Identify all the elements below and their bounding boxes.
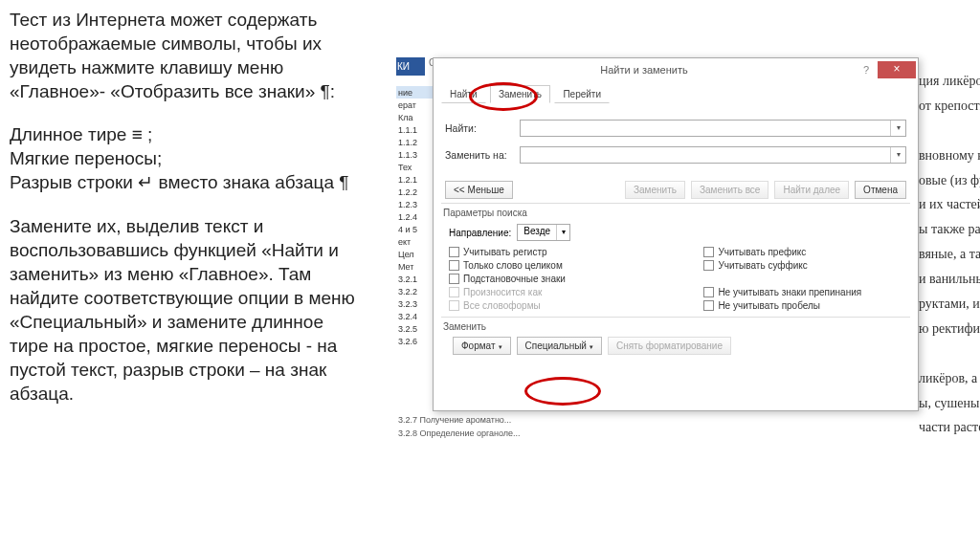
checkbox-icon [449,274,459,284]
direction-label: Направление: [449,228,511,238]
screenshot-area: КИ СТРАНИЦЫ РЕЗУЛЬ ние ератКла1.1.11.1.2… [383,57,980,459]
find-replace-dialog: Найти и заменить ? × Найти Заменить Пере… [433,57,919,411]
dropdown-arrow-icon[interactable]: ▾ [890,121,905,136]
replace-text-input[interactable] [521,147,890,163]
direction-select[interactable]: Везде ▾ [517,224,570,241]
option-checkbox[interactable]: Не учитывать знаки препинания [703,287,910,297]
tab-find[interactable]: Найти [441,85,486,103]
option-checkbox: Все словоформы [449,300,703,311]
search-options-group-title: Параметры поиска [441,204,910,221]
checkbox-icon [703,300,714,311]
doc-line: части растений, содержа [919,415,980,440]
doc-line: руктами, и л [919,292,980,317]
checkbox-icon [449,300,459,311]
option-checkbox[interactable]: Учитывать префикс [703,247,910,257]
find-next-button[interactable]: Найти далее [774,181,849,199]
option-checkbox[interactable]: Не учитывать пробелы [703,300,910,311]
doc-line: ы также раз [919,217,980,242]
checkbox-icon [449,247,459,257]
checkbox-icon [703,247,714,257]
option-checkbox[interactable]: Учитывать регистр [449,247,703,257]
close-button[interactable]: × [878,61,916,78]
checkbox-icon [703,287,714,297]
option-label: Учитывать суффикс [718,260,807,271]
dropdown-arrow-icon[interactable]: ▾ [890,147,905,163]
option-checkbox: Произносится как [449,287,703,297]
doc-line: и ванильные [919,267,980,292]
special-button[interactable]: Специальный▾ [517,337,602,355]
checkbox-icon [703,260,714,271]
line-break-char: Разрыв строки ↵ вместо знака абзаца ¶ [10,172,348,192]
find-label: Найти: [445,122,520,134]
help-button[interactable]: ? [855,64,878,76]
cancel-button[interactable]: Отмена [855,181,906,199]
sidebar-item[interactable]: 3.2.7 Получение ароматно... [396,413,511,426]
doc-line: ы, сушены [919,391,980,416]
no-formatting-button[interactable]: Снять форматирование [608,337,731,355]
replace-all-button[interactable]: Заменить все [691,181,768,199]
option-label: Учитывать префикс [718,247,806,257]
instruction-text: Тест из Интернета может содержать неотоб… [10,8,359,425]
tab-replace[interactable]: Заменить [490,85,550,103]
doc-line: ликёров, а т [919,366,980,391]
checkbox-icon [449,287,459,297]
doc-line [919,341,980,366]
find-field-row: Найти: ▾ [445,120,906,137]
option-label: Учитывать регистр [463,247,547,257]
less-button[interactable]: << Меньше [445,181,513,199]
checkbox-icon [449,260,459,271]
doc-line: и их частей) и [919,192,980,217]
option-checkbox[interactable]: Учитывать суффикс [703,260,910,271]
option-label: Произносится как [463,287,542,297]
option-label: Не учитывать знаки препинания [718,287,861,297]
dialog-title: Найти и заменить [434,64,855,76]
instruction-p2: Длинное тире ≡ ; Мягкие переносы; Разрыв… [10,122,359,194]
nav-search-fragment: КИ [396,57,425,76]
option-label: Не учитывать пробелы [718,300,820,311]
sidebar-item[interactable]: 3.2.8 Определение органоле... [396,427,521,439]
replace-label: Заменить на: [445,149,520,161]
tab-goto[interactable]: Перейти [554,85,610,103]
replace-field-row: Заменить на: ▾ [445,146,906,164]
dropdown-arrow-icon[interactable]: ▾ [556,225,569,240]
doc-line: ю ректифик [919,317,980,341]
doc-line: от крепости, [919,94,980,119]
background-document-text: ция ликёровот крепости, вновному комовые… [919,69,980,440]
line-soft-hyphen: Мягкие переносы; [10,148,162,168]
instruction-p1: Тест из Интернета может содержать неотоб… [10,8,359,103]
find-text-input[interactable] [521,121,890,136]
doc-line [919,119,980,143]
option-checkbox[interactable]: Подстановочные знаки [449,274,703,284]
doc-line: овые (из фр [919,168,980,193]
replace-group-title: Заменить [441,318,910,335]
doc-line: вновному ком [919,143,980,168]
dialog-titlebar: Найти и заменить ? × [434,58,918,81]
option-label: Только слово целиком [463,260,563,271]
option-label: Все словоформы [463,300,541,311]
option-label: Подстановочные знаки [463,274,566,284]
find-input[interactable]: ▾ [520,120,906,137]
replace-button[interactable]: Заменить [625,181,685,199]
doc-line: ция ликёров [919,69,980,94]
dialog-tabs: Найти Заменить Перейти [441,85,918,106]
doc-line: вяные, а так [919,242,980,267]
line-em-dash: Длинное тире ≡ ; [10,124,152,144]
option-checkbox[interactable]: Только слово целиком [449,260,703,271]
direction-value: Везде [518,225,556,240]
replace-input[interactable]: ▾ [520,146,906,164]
instruction-p3: Замените их, выделив текст и воспользова… [10,214,359,406]
format-button[interactable]: Формат▾ [453,337,511,355]
